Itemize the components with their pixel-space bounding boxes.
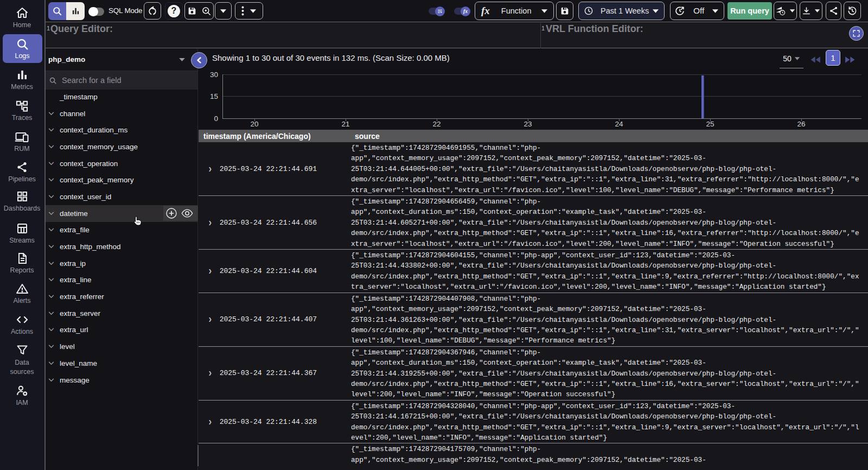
svg-text:22: 22 [432, 120, 441, 128]
svg-text:26: 26 [797, 120, 805, 128]
svg-text:25: 25 [706, 120, 714, 128]
svg-text:20: 20 [250, 120, 258, 128]
svg-text:30: 30 [210, 71, 218, 79]
svg-text:23: 23 [524, 120, 532, 128]
svg-text:21: 21 [341, 120, 349, 128]
svg-text:15: 15 [210, 92, 218, 100]
svg-text:0: 0 [214, 115, 218, 123]
svg-text:24: 24 [615, 120, 623, 128]
